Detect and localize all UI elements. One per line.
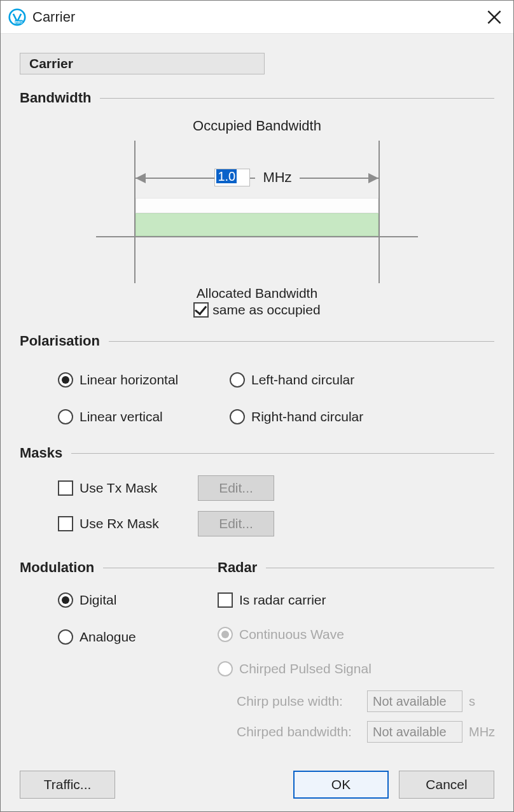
radio-chirped-pulsed-row: Chirped Pulsed Signal [218, 661, 494, 676]
diagram-allocated-bar [135, 213, 379, 236]
edit-rx-mask-button: Edit... [198, 511, 274, 536]
dialog-body: Carrier Bandwidth Occupied Bandwidth 1.0… [1, 34, 513, 811]
section-polarisation-label: Polarisation [20, 333, 100, 349]
section-masks-label: Masks [20, 445, 62, 461]
ok-button[interactable]: OK [293, 771, 389, 799]
occupied-bandwidth-value: 1.0 [216, 169, 237, 183]
bandwidth-value-row: 1.0 MHz [96, 169, 418, 186]
close-icon [487, 10, 501, 24]
use-rx-mask-row: Use Rx Mask [58, 516, 191, 531]
window-title: Carrier [32, 9, 482, 25]
allocated-bandwidth-block: Allocated Bandwidth same as occupied [20, 286, 494, 318]
radio-chirped-pulsed [218, 661, 233, 676]
use-rx-mask-checkbox[interactable] [58, 516, 73, 531]
chirp-pulse-width-label: Chirp pulse width: [237, 694, 361, 709]
edit-tx-mask-button: Edit... [198, 475, 274, 501]
chirped-bandwidth-row: Chirped bandwidth: Not available MHz [237, 721, 494, 743]
app-icon: PRO [8, 8, 26, 26]
radio-left-hand-circular-row: Left-hand circular [230, 372, 420, 388]
section-bandwidth: Bandwidth [20, 90, 494, 106]
use-tx-mask-label: Use Tx Mask [80, 480, 157, 496]
radio-linear-vertical-label: Linear vertical [80, 409, 163, 424]
radio-left-hand-circular-label: Left-hand circular [251, 372, 354, 388]
section-radar-label: Radar [218, 559, 257, 576]
radio-continuous-wave-label: Continuous Wave [239, 627, 344, 642]
is-radar-row: Is radar carrier [218, 592, 494, 608]
is-radar-label: Is radar carrier [239, 592, 326, 608]
section-modulation-label: Modulation [20, 559, 94, 576]
diagram-occupied-bar [135, 198, 379, 213]
polarisation-options: Linear horizontal Left-hand circular Lin… [58, 367, 494, 430]
traffic-button[interactable]: Traffic... [20, 771, 115, 799]
use-rx-mask-label: Use Rx Mask [80, 516, 159, 531]
radar-options: Is radar carrier Continuous Wave Chirped… [218, 587, 494, 743]
radio-linear-vertical-row: Linear vertical [58, 409, 230, 424]
radio-right-hand-circular-label: Right-hand circular [251, 409, 363, 424]
radio-analogue-row: Analogue [58, 629, 218, 645]
radio-digital-row: Digital [58, 592, 218, 608]
section-bandwidth-label: Bandwidth [20, 90, 91, 106]
use-tx-mask-checkbox[interactable] [58, 480, 73, 496]
radio-continuous-wave-row: Continuous Wave [218, 627, 494, 642]
masks-grid: Use Tx Mask Edit... Use Rx Mask Edit... [58, 475, 494, 536]
radio-right-hand-circular-row: Right-hand circular [230, 409, 420, 424]
same-as-occupied-checkbox[interactable] [193, 302, 209, 318]
chirp-pulse-width-field: Not available [367, 690, 462, 712]
divider [103, 568, 218, 568]
allocated-bandwidth-label: Allocated Bandwidth [20, 286, 494, 301]
occupied-bandwidth-input[interactable]: 1.0 [214, 169, 250, 186]
radio-left-hand-circular[interactable] [230, 372, 245, 388]
bandwidth-unit: MHz [255, 169, 299, 186]
titlebar: PRO Carrier [1, 1, 513, 34]
radio-continuous-wave [218, 627, 233, 642]
bandwidth-graphic: 1.0 MHz [96, 141, 418, 283]
chirped-bandwidth-unit: MHz [469, 725, 494, 739]
bandwidth-diagram: Occupied Bandwidth 1.0 MHz [20, 118, 494, 283]
use-tx-mask-row: Use Tx Mask [58, 480, 191, 496]
chirp-pulse-width-unit: s [469, 694, 494, 709]
section-masks: Masks [20, 445, 494, 461]
chirp-pulse-width-row: Chirp pulse width: Not available s [237, 690, 494, 712]
radio-analogue[interactable] [58, 629, 73, 645]
is-radar-checkbox[interactable] [218, 592, 233, 608]
section-modulation: Modulation [20, 559, 218, 576]
radio-chirped-pulsed-label: Chirped Pulsed Signal [239, 661, 372, 676]
same-as-occupied-label: same as occupied [212, 302, 320, 318]
divider [266, 568, 494, 568]
divider [100, 98, 494, 99]
cancel-button[interactable]: Cancel [399, 771, 494, 799]
chirped-bandwidth-field: Not available [367, 721, 462, 743]
chirped-bandwidth-label: Chirped bandwidth: [237, 724, 361, 739]
diagram-baseline [96, 236, 418, 237]
diagram-vline [379, 141, 380, 283]
radio-right-hand-circular[interactable] [230, 409, 245, 424]
dialog-window: PRO Carrier Carrier Bandwidth Occupied B… [0, 0, 514, 812]
tab-carrier[interactable]: Carrier [20, 53, 265, 74]
svg-text:PRO: PRO [15, 20, 22, 24]
divider [109, 341, 494, 342]
occupied-bandwidth-label: Occupied Bandwidth [20, 118, 494, 134]
radio-linear-horizontal-label: Linear horizontal [80, 372, 178, 388]
modulation-column: Modulation Digital Analogue [20, 549, 218, 743]
radar-column: Radar Is radar carrier Continuous Wave C… [218, 549, 494, 743]
radio-digital-label: Digital [80, 592, 116, 608]
modulation-options: Digital Analogue [58, 587, 218, 650]
radio-linear-horizontal-row: Linear horizontal [58, 372, 230, 388]
radio-digital[interactable] [58, 592, 73, 608]
radio-analogue-label: Analogue [80, 629, 136, 645]
section-radar: Radar [218, 559, 494, 576]
modulation-radar-row: Modulation Digital Analogue Radar [20, 549, 494, 743]
divider [71, 453, 494, 454]
radio-linear-horizontal[interactable] [58, 372, 73, 388]
dialog-footer: Traffic... OK Cancel [20, 758, 494, 799]
section-polarisation: Polarisation [20, 333, 494, 349]
close-button[interactable] [482, 4, 507, 30]
radio-linear-vertical[interactable] [58, 409, 73, 424]
